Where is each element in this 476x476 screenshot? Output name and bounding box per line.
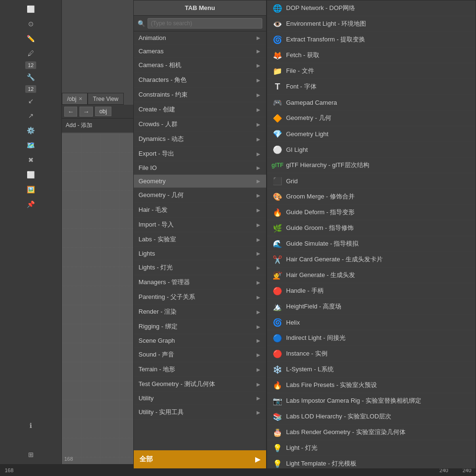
submenu-item-light[interactable]: 💡 Light - 灯光 <box>267 440 476 456</box>
menu-item-dynamics[interactable]: Dynamics - 动态 ▶ <box>134 132 266 147</box>
submenu-item-gi-light[interactable]: ⚪ GI Light <box>267 142 476 158</box>
submenu-item-hair-card-generate[interactable]: ✂️ Hair Card Generate - 生成头发卡片 <box>267 252 476 268</box>
menu-item-animation[interactable]: Animation ▶ <box>134 31 266 45</box>
tab-tree-view[interactable]: Tree View <box>88 93 123 105</box>
submenu-icon-guide-simulate: 🌊 <box>273 239 282 248</box>
submenu-icon-gamepad-camera: 🎮 <box>273 98 282 107</box>
submenu-item-extract-transform[interactable]: 🌀 Extract Transform - 提取变换 <box>267 32 476 48</box>
menu-item-render-label: Render - 渲染 <box>139 307 177 316</box>
submenu-label-fetch: Fetch - 获取 <box>286 51 319 60</box>
toolbar-icon-12[interactable]: 🖼️ <box>24 183 38 196</box>
toolbar-icon-1[interactable]: ⬜ <box>24 2 38 16</box>
menu-item-geometry-zh[interactable]: Geometry - 几何 ▶ <box>134 188 266 203</box>
menu-item-managers[interactable]: Managers - 管理器 ▶ <box>134 275 266 290</box>
submenu-label-groom-merge: Groom Merge - 修饰合并 <box>286 192 355 201</box>
menu-footer-label: 全部 <box>139 455 153 464</box>
toolbar-icon-9[interactable]: 🗺️ <box>24 139 38 152</box>
menu-arrow-test-geometry: ▶ <box>257 382 260 387</box>
submenu-item-instance[interactable]: 🔴 Instance - 实例 <box>267 346 476 362</box>
menu-item-export[interactable]: Export - 导出 ▶ <box>134 147 266 161</box>
submenu-item-hair-generate[interactable]: 💇 Hair Generate - 生成头发 <box>267 268 476 283</box>
menu-item-utility[interactable]: Utility ▶ <box>134 392 266 405</box>
nav-back-button[interactable]: ← <box>64 107 77 117</box>
menu-arrow-utility-zh: ▶ <box>257 410 260 415</box>
toolbar-icon-8[interactable]: ⚙️ <box>24 124 38 137</box>
submenu-item-light-template[interactable]: 💡 Light Template - 灯光模板 <box>267 456 476 469</box>
menu-item-hair[interactable]: Hair - 毛发 ▶ <box>134 203 266 218</box>
menu-item-cameras-zh[interactable]: Cameras - 相机 ▶ <box>134 58 266 73</box>
submenu-item-labs-fire-presets[interactable]: 🔥 Labs Fire Presets - 实验室火预设 <box>267 377 476 393</box>
menu-footer-all[interactable]: 全部 ▶ <box>134 450 266 468</box>
toolbar-icon-5[interactable]: 🔧 <box>24 70 38 84</box>
submenu-label-hair-generate: Hair Generate - 生成头发 <box>286 271 355 279</box>
submenu-item-labs-render-geometry[interactable]: 🎂 Labs Render Geometry - 实验室渲染几何体 <box>267 425 476 440</box>
submenu-item-guide-simulate[interactable]: 🌊 Guide Simulate - 指导模拟 <box>267 236 476 252</box>
submenu-item-labs-impostor-camera[interactable]: 📷 Labs Impostor Camera Rig - 实验室替换相机绑定 <box>267 393 476 409</box>
submenu-label-light-template: Light Template - 灯光模板 <box>286 459 357 468</box>
submenu-item-guide-deform[interactable]: 🔥 Guide Deform - 指导变形 <box>267 205 476 220</box>
submenu-item-geometry-zh[interactable]: 🔶 Geometry - 几何 <box>267 110 476 126</box>
menu-item-scene-graph[interactable]: Scene Graph ▶ <box>134 334 266 347</box>
menu-item-utility-zh[interactable]: Utility - 实用工具 ▶ <box>134 405 266 420</box>
menu-item-fileio-label: File IO <box>139 164 157 171</box>
tab-obj[interactable]: /obj ✕ <box>62 93 88 105</box>
submenu-item-heightfield[interactable]: 🏔️ HeightField - 高度场 <box>267 299 476 315</box>
menu-item-parenting[interactable]: Parenting - 父子关系 ▶ <box>134 290 266 305</box>
nav-forward-button[interactable]: → <box>79 107 92 117</box>
toolbar-icon-grid[interactable]: ⊞ <box>24 448 38 461</box>
submenu-icon-labs-lod-hierarchy: 📚 <box>273 412 282 421</box>
menu-item-fileio[interactable]: File IO ▶ <box>134 161 266 175</box>
toolbar-icon-3[interactable]: ✏️ <box>24 32 38 45</box>
menu-item-lights[interactable]: Lights ▶ <box>134 247 266 260</box>
submenu-icon-extract-transform: 🌀 <box>273 35 282 44</box>
toolbar-icon-6[interactable]: ↙ <box>24 94 38 108</box>
toolbar-num-12-1[interactable]: 12 <box>25 61 36 69</box>
toolbar-icon-2[interactable]: ⊙ <box>24 17 38 30</box>
submenu-icon-gltf-hierarchy: glTF <box>273 160 282 170</box>
submenu-item-dop-network[interactable]: 🌐 DOP Network - DOP网络 <box>267 0 476 16</box>
coord-left: 168 <box>64 456 73 462</box>
toolbar-icon-10[interactable]: ✖ <box>24 153 38 167</box>
submenu-item-gltf-hierarchy[interactable]: glTF glTF Hierarchy - glTF层次结构 <box>267 158 476 173</box>
nav-bar: ← → obj <box>62 105 136 118</box>
menu-item-constraints[interactable]: Constraints - 约束 ▶ <box>134 88 266 102</box>
menu-item-cameras[interactable]: Cameras ▶ <box>134 45 266 58</box>
submenu-item-grid[interactable]: ⬛ Grid <box>267 173 476 189</box>
toolbar-icon-7[interactable]: ↗ <box>24 109 38 122</box>
toolbar-icon-11[interactable]: ⬜ <box>24 168 38 181</box>
search-input[interactable] <box>148 18 262 29</box>
submenu-item-fetch[interactable]: 🦊 Fetch - 获取 <box>267 48 476 63</box>
submenu-item-indirect-light[interactable]: 🔵 Indirect Light - 间接光 <box>267 330 476 346</box>
toolbar-icon-13[interactable]: 📌 <box>24 198 38 211</box>
menu-item-characters[interactable]: Characters - 角色 ▶ <box>134 73 266 88</box>
submenu-item-gamepad-camera[interactable]: 🎮 Gamepad Camera <box>267 95 476 110</box>
toolbar-icon-info[interactable]: ℹ <box>24 419 38 432</box>
submenu-item-handle[interactable]: 🔴 Handle - 手柄 <box>267 283 476 299</box>
submenu-item-l-system[interactable]: ❄️ L-System - L系统 <box>267 362 476 377</box>
submenu-item-helix[interactable]: 🌀 Helix <box>267 315 476 330</box>
submenu-item-guide-groom[interactable]: 🌿 Guide Groom - 指导修饰 <box>267 220 476 236</box>
submenu-item-labs-lod-hierarchy[interactable]: 📚 Labs LOD Hierarchy - 实验室LOD层次 <box>267 409 476 425</box>
tab-obj-close[interactable]: ✕ <box>79 96 82 101</box>
menu-item-lights-zh[interactable]: Lights - 灯光 ▶ <box>134 260 266 275</box>
menu-item-geometry[interactable]: Geometry ▶ <box>134 175 266 188</box>
submenu-label-light: Light - 灯光 <box>286 444 317 452</box>
menu-item-render[interactable]: Render - 渲染 ▶ <box>134 305 266 319</box>
menu-item-import[interactable]: Import - 导入 ▶ <box>134 218 266 232</box>
menu-item-test-geometry[interactable]: Test Geometry - 测试几何体 ▶ <box>134 377 266 392</box>
menu-item-terrain[interactable]: Terrain - 地形 ▶ <box>134 362 266 377</box>
toolbar-num-12-2[interactable]: 12 <box>25 85 36 93</box>
menu-item-sound[interactable]: Sound - 声音 ▶ <box>134 347 266 362</box>
menu-item-labs[interactable]: Labs - 实验室 ▶ <box>134 232 266 247</box>
menu-item-rigging[interactable]: Rigging - 绑定 ▶ <box>134 319 266 334</box>
toolbar-icon-4[interactable]: 🖊 <box>24 47 38 60</box>
menu-item-create[interactable]: Create - 创建 ▶ <box>134 102 266 117</box>
submenu-item-env-light[interactable]: 👁️ Environment Light - 环境地图 <box>267 16 476 32</box>
submenu-item-groom-merge[interactable]: 🎨 Groom Merge - 修饰合并 <box>267 189 476 205</box>
submenu-icon-hair-generate: 💇 <box>273 270 282 280</box>
submenu-item-geometry-light[interactable]: 💎 Geometry Light <box>267 126 476 142</box>
submenu-item-file[interactable]: 📁 File - 文件 <box>267 63 476 79</box>
submenu-item-font[interactable]: T Font - 字体 <box>267 79 476 95</box>
menu-item-crowds[interactable]: Crowds - 人群 ▶ <box>134 117 266 132</box>
submenu-label-gltf-hierarchy: glTF Hierarchy - glTF层次结构 <box>286 161 369 169</box>
